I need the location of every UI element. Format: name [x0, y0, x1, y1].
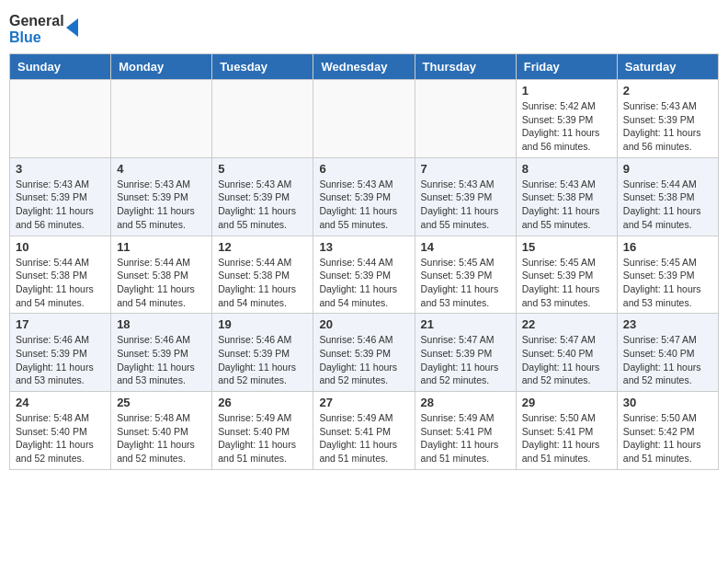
day-info: Sunrise: 5:43 AM Sunset: 5:39 PM Dayligh… — [319, 178, 408, 232]
day-number: 4 — [117, 162, 206, 176]
logo: GeneralBlue — [9, 9, 83, 46]
day-info: Sunrise: 5:44 AM Sunset: 5:38 PM Dayligh… — [623, 178, 712, 232]
day-info: Sunrise: 5:43 AM Sunset: 5:39 PM Dayligh… — [623, 99, 712, 154]
day-info: Sunrise: 5:50 AM Sunset: 5:42 PM Dayligh… — [623, 411, 712, 465]
day-number: 22 — [522, 317, 611, 331]
day-info: Sunrise: 5:47 AM Sunset: 5:39 PM Dayligh… — [421, 333, 510, 387]
weekday-header: Thursday — [415, 54, 516, 80]
day-info: Sunrise: 5:47 AM Sunset: 5:40 PM Dayligh… — [623, 333, 712, 387]
calendar-table: SundayMondayTuesdayWednesdayThursdayFrid… — [9, 53, 719, 470]
calendar-cell: 6Sunrise: 5:43 AM Sunset: 5:39 PM Daylig… — [313, 157, 415, 236]
day-number: 29 — [522, 396, 611, 409]
calendar-cell: 27Sunrise: 5:49 AM Sunset: 5:41 PM Dayli… — [313, 392, 415, 470]
day-number: 15 — [522, 240, 611, 254]
weekday-header: Friday — [516, 54, 617, 80]
calendar-cell: 3Sunrise: 5:43 AM Sunset: 5:39 PM Daylig… — [10, 157, 111, 236]
logo-svg: GeneralBlue — [9, 9, 83, 46]
day-number: 26 — [218, 396, 307, 409]
day-info: Sunrise: 5:50 AM Sunset: 5:41 PM Dayligh… — [522, 411, 611, 465]
day-info: Sunrise: 5:46 AM Sunset: 5:39 PM Dayligh… — [16, 333, 105, 387]
day-info: Sunrise: 5:44 AM Sunset: 5:38 PM Dayligh… — [117, 256, 206, 310]
day-number: 12 — [218, 240, 307, 254]
day-number: 9 — [623, 162, 712, 176]
day-number: 30 — [623, 396, 712, 409]
weekday-header: Saturday — [617, 54, 718, 80]
day-number: 7 — [421, 162, 510, 176]
calendar-cell: 20Sunrise: 5:46 AM Sunset: 5:39 PM Dayli… — [313, 314, 415, 392]
calendar-cell: 10Sunrise: 5:44 AM Sunset: 5:38 PM Dayli… — [10, 236, 111, 314]
calendar-week-row: 3Sunrise: 5:43 AM Sunset: 5:39 PM Daylig… — [10, 157, 719, 236]
day-number: 18 — [117, 317, 206, 331]
day-info: Sunrise: 5:46 AM Sunset: 5:39 PM Dayligh… — [218, 333, 307, 387]
day-number: 28 — [421, 396, 510, 409]
calendar-cell: 29Sunrise: 5:50 AM Sunset: 5:41 PM Dayli… — [516, 392, 617, 470]
day-info: Sunrise: 5:45 AM Sunset: 5:39 PM Dayligh… — [522, 256, 611, 310]
calendar-cell: 17Sunrise: 5:46 AM Sunset: 5:39 PM Dayli… — [10, 314, 111, 392]
calendar-cell: 21Sunrise: 5:47 AM Sunset: 5:39 PM Dayli… — [415, 314, 516, 392]
weekday-header: Monday — [111, 54, 212, 80]
weekday-header: Wednesday — [313, 54, 415, 80]
weekday-header: Tuesday — [212, 54, 313, 80]
day-info: Sunrise: 5:46 AM Sunset: 5:39 PM Dayligh… — [319, 333, 408, 387]
calendar-cell — [415, 80, 516, 158]
day-number: 5 — [218, 162, 307, 176]
calendar-cell — [212, 80, 313, 158]
day-number: 27 — [319, 396, 408, 409]
day-info: Sunrise: 5:46 AM Sunset: 5:39 PM Dayligh… — [117, 333, 206, 387]
svg-text:General: General — [9, 13, 64, 29]
day-info: Sunrise: 5:45 AM Sunset: 5:39 PM Dayligh… — [623, 256, 712, 310]
day-info: Sunrise: 5:43 AM Sunset: 5:39 PM Dayligh… — [218, 178, 307, 232]
calendar-cell: 23Sunrise: 5:47 AM Sunset: 5:40 PM Dayli… — [617, 314, 718, 392]
day-number: 23 — [623, 317, 712, 331]
calendar-cell — [10, 80, 111, 158]
day-info: Sunrise: 5:49 AM Sunset: 5:41 PM Dayligh… — [319, 411, 408, 465]
day-number: 3 — [16, 162, 105, 176]
calendar-header-row: SundayMondayTuesdayWednesdayThursdayFrid… — [10, 54, 719, 80]
day-number: 25 — [117, 396, 206, 409]
calendar-week-row: 24Sunrise: 5:48 AM Sunset: 5:40 PM Dayli… — [10, 392, 719, 470]
calendar-cell: 11Sunrise: 5:44 AM Sunset: 5:38 PM Dayli… — [111, 236, 212, 314]
calendar-cell: 28Sunrise: 5:49 AM Sunset: 5:41 PM Dayli… — [415, 392, 516, 470]
day-number: 24 — [16, 396, 105, 409]
day-number: 17 — [16, 317, 105, 331]
day-number: 11 — [117, 240, 206, 254]
calendar-cell: 14Sunrise: 5:45 AM Sunset: 5:39 PM Dayli… — [415, 236, 516, 314]
day-info: Sunrise: 5:48 AM Sunset: 5:40 PM Dayligh… — [117, 411, 206, 465]
day-info: Sunrise: 5:47 AM Sunset: 5:40 PM Dayligh… — [522, 333, 611, 387]
day-info: Sunrise: 5:42 AM Sunset: 5:39 PM Dayligh… — [522, 99, 611, 154]
calendar-cell: 4Sunrise: 5:43 AM Sunset: 5:39 PM Daylig… — [111, 157, 212, 236]
weekday-header: Sunday — [10, 54, 111, 80]
day-number: 2 — [623, 84, 712, 98]
day-number: 1 — [522, 84, 611, 98]
day-number: 21 — [421, 317, 510, 331]
calendar-week-row: 1Sunrise: 5:42 AM Sunset: 5:39 PM Daylig… — [10, 80, 719, 158]
page-header: GeneralBlue — [9, 9, 719, 46]
day-info: Sunrise: 5:44 AM Sunset: 5:38 PM Dayligh… — [16, 256, 105, 310]
day-info: Sunrise: 5:43 AM Sunset: 5:39 PM Dayligh… — [117, 178, 206, 232]
day-info: Sunrise: 5:45 AM Sunset: 5:39 PM Dayligh… — [421, 256, 510, 310]
calendar-cell — [313, 80, 415, 158]
svg-marker-2 — [66, 18, 78, 37]
calendar-cell: 16Sunrise: 5:45 AM Sunset: 5:39 PM Dayli… — [617, 236, 718, 314]
calendar-cell: 2Sunrise: 5:43 AM Sunset: 5:39 PM Daylig… — [617, 80, 718, 158]
calendar-cell — [111, 80, 212, 158]
calendar-cell: 18Sunrise: 5:46 AM Sunset: 5:39 PM Dayli… — [111, 314, 212, 392]
calendar-cell: 5Sunrise: 5:43 AM Sunset: 5:39 PM Daylig… — [212, 157, 313, 236]
day-number: 20 — [319, 317, 408, 331]
calendar-cell: 30Sunrise: 5:50 AM Sunset: 5:42 PM Dayli… — [617, 392, 718, 470]
day-info: Sunrise: 5:48 AM Sunset: 5:40 PM Dayligh… — [16, 411, 105, 465]
day-number: 6 — [319, 162, 408, 176]
calendar-cell: 15Sunrise: 5:45 AM Sunset: 5:39 PM Dayli… — [516, 236, 617, 314]
day-number: 16 — [623, 240, 712, 254]
calendar-cell: 13Sunrise: 5:44 AM Sunset: 5:39 PM Dayli… — [313, 236, 415, 314]
calendar-cell: 25Sunrise: 5:48 AM Sunset: 5:40 PM Dayli… — [111, 392, 212, 470]
svg-text:Blue: Blue — [9, 29, 41, 45]
day-number: 8 — [522, 162, 611, 176]
day-info: Sunrise: 5:43 AM Sunset: 5:39 PM Dayligh… — [16, 178, 105, 232]
day-number: 13 — [319, 240, 408, 254]
calendar-cell: 26Sunrise: 5:49 AM Sunset: 5:40 PM Dayli… — [212, 392, 313, 470]
day-info: Sunrise: 5:43 AM Sunset: 5:39 PM Dayligh… — [421, 178, 510, 232]
day-info: Sunrise: 5:43 AM Sunset: 5:38 PM Dayligh… — [522, 178, 611, 232]
day-info: Sunrise: 5:44 AM Sunset: 5:39 PM Dayligh… — [319, 256, 408, 310]
calendar-cell: 12Sunrise: 5:44 AM Sunset: 5:38 PM Dayli… — [212, 236, 313, 314]
